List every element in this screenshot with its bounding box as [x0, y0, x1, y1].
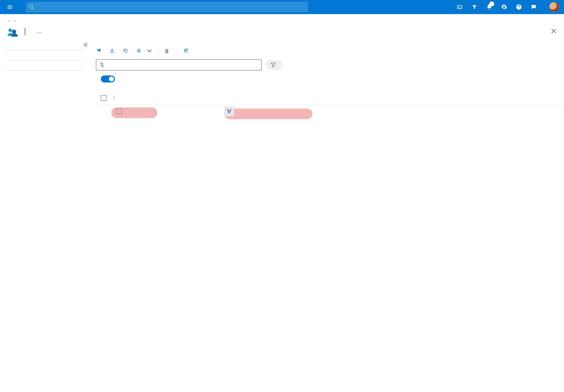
- list-search[interactable]: [96, 59, 262, 71]
- delete-icon: [164, 48, 170, 54]
- download-groups-button[interactable]: [109, 48, 117, 54]
- column-name[interactable]: ↑: [111, 96, 224, 100]
- groups-table: ↑: [96, 91, 564, 121]
- new-group-button[interactable]: [96, 48, 104, 54]
- got-feedback-button[interactable]: [183, 48, 191, 54]
- search-mode-row: [96, 71, 564, 85]
- command-bar: [96, 45, 564, 59]
- notifications-button[interactable]: [482, 0, 496, 14]
- svg-point-0: [8, 29, 12, 32]
- list-search-row: [96, 59, 564, 71]
- svg-point-3: [99, 49, 101, 51]
- more-actions-button[interactable]: …: [36, 28, 42, 34]
- chevron-right-icon: ›: [8, 18, 10, 23]
- feedback-button[interactable]: [527, 0, 541, 14]
- cloud-shell-button[interactable]: [453, 0, 467, 14]
- chevron-right-icon: ›: [14, 18, 16, 23]
- table-header: ↑: [96, 91, 564, 105]
- new-group-icon: [96, 48, 102, 54]
- svg-point-5: [184, 49, 186, 51]
- svg-point-2: [97, 49, 99, 51]
- sort-asc-icon: ↑: [113, 96, 115, 100]
- results-count: [96, 85, 564, 91]
- left-nav: [0, 42, 90, 121]
- delete-button: [164, 48, 172, 54]
- filter-icon: [471, 4, 478, 10]
- hamburger-icon: [7, 4, 13, 10]
- download-icon: [109, 48, 115, 54]
- account-menu[interactable]: [545, 2, 560, 12]
- nav-divider: [6, 71, 84, 71]
- main-pane: ↑: [90, 42, 564, 121]
- gear-icon: [501, 4, 507, 10]
- toolbar-separator: [177, 47, 178, 54]
- top-bar: [0, 0, 564, 14]
- refresh-icon: [123, 48, 128, 54]
- directory-filter-button[interactable]: [467, 0, 482, 14]
- table-row-vizito[interactable]: [96, 105, 564, 121]
- groups-icon: [6, 26, 18, 39]
- close-icon: [551, 29, 556, 33]
- search-icon: [29, 4, 35, 10]
- group-avatar-vizito: [224, 106, 234, 116]
- avatar: [549, 2, 559, 12]
- top-icon-bar: [453, 0, 541, 14]
- filter-icon: [271, 62, 276, 67]
- nav-heading-settings: [0, 44, 90, 49]
- notification-badge: [489, 1, 494, 6]
- nav-heading-activity: [0, 54, 90, 59]
- hamburger-menu[interactable]: [4, 1, 16, 13]
- toolbar-separator: [158, 47, 158, 54]
- search-mode-toggle[interactable]: [101, 75, 115, 82]
- global-search[interactable]: [26, 2, 308, 12]
- chevron-double-left-icon: [83, 42, 88, 47]
- add-filter-button[interactable]: [266, 60, 283, 70]
- select-all-checkbox[interactable]: [101, 95, 106, 101]
- breadcrumb: › ›: [0, 14, 564, 26]
- global-search-input[interactable]: [37, 5, 305, 10]
- feedback-icon: [531, 4, 537, 10]
- close-blade-button[interactable]: [551, 29, 556, 35]
- nav-heading-support: [0, 64, 90, 69]
- list-search-input[interactable]: [108, 62, 258, 68]
- chevron-down-icon: [147, 48, 152, 54]
- feedback-icon: [183, 48, 189, 54]
- svg-point-1: [12, 30, 16, 34]
- refresh-button[interactable]: [123, 48, 130, 54]
- settings-button[interactable]: [497, 0, 511, 14]
- manage-view-button[interactable]: [136, 48, 152, 54]
- svg-point-4: [138, 50, 140, 52]
- nav-divider: [6, 50, 84, 50]
- gear-icon: [136, 48, 142, 54]
- search-icon: [99, 62, 105, 68]
- help-icon: [516, 4, 522, 10]
- cloud-shell-icon: [456, 4, 463, 10]
- page-title: |: [22, 26, 28, 36]
- highlight-pill-name: [111, 108, 157, 118]
- collapse-nav-button[interactable]: [83, 42, 88, 48]
- page-header: | …: [0, 26, 49, 42]
- nav-divider: [6, 60, 84, 61]
- help-button[interactable]: [512, 0, 526, 14]
